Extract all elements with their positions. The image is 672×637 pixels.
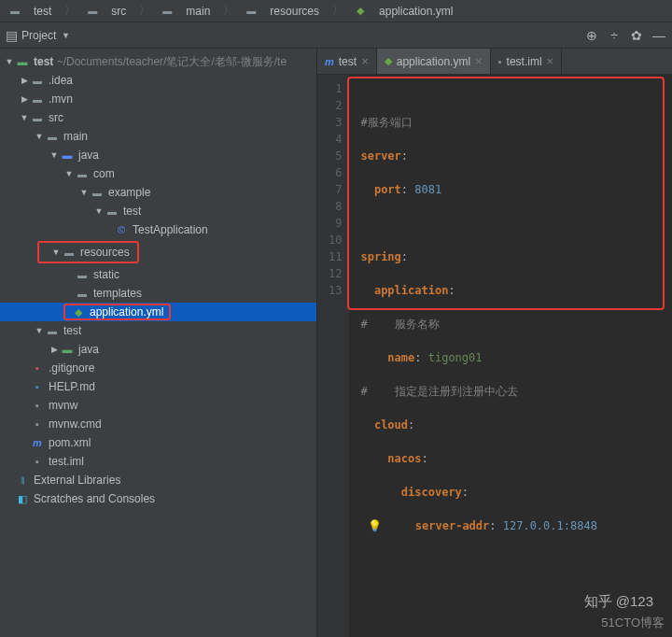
yml-icon: ◆ <box>71 305 86 318</box>
tree-item[interactable]: ▪mvnw <box>0 396 316 415</box>
yml-icon: ◆ <box>353 5 368 18</box>
tree-item[interactable]: ◧Scratches and Consoles <box>0 489 316 508</box>
tab-test-iml[interactable]: ▪test.iml× <box>491 49 563 74</box>
module-icon: ▬ <box>15 55 30 68</box>
scratch-icon: ◧ <box>15 492 30 505</box>
folder-icon <box>75 167 90 180</box>
file-icon: ▪ <box>30 361 45 375</box>
tree-item[interactable]: ▪.gitignore <box>0 359 316 377</box>
folder-icon <box>90 186 105 199</box>
folder-icon <box>45 324 60 337</box>
tree-item[interactable]: ©TestApplication <box>0 220 316 239</box>
close-icon[interactable]: × <box>361 54 369 68</box>
target-icon[interactable]: ⊕ <box>584 28 599 43</box>
project-label[interactable]: Project <box>21 29 56 42</box>
close-icon[interactable]: × <box>475 54 483 68</box>
tree-item[interactable]: com <box>0 164 316 183</box>
tree-item[interactable]: src <box>0 108 316 127</box>
crumb[interactable]: resources <box>240 5 327 18</box>
line-gutter: 12345678910111213 <box>317 75 349 637</box>
tree-item[interactable]: mpom.xml <box>0 433 316 452</box>
code-editor[interactable]: 12345678910111213 #服务端口 server: port: 80… <box>317 75 672 637</box>
hide-icon[interactable]: — <box>651 28 666 43</box>
crumb[interactable]: main <box>156 5 217 18</box>
tree-item[interactable]: test <box>0 321 316 340</box>
folder-icon <box>75 287 90 300</box>
tree-item[interactable]: resources <box>39 243 137 262</box>
tree-item[interactable]: test <box>0 202 316 220</box>
highlight-code <box>347 77 665 310</box>
tree-item[interactable]: .mvn <box>0 90 316 108</box>
project-pane-icon: ▤ <box>6 28 18 43</box>
tree-item[interactable]: .idea <box>0 71 316 90</box>
yml-icon: ◆ <box>385 55 392 67</box>
editor-tabs: mtest× ◆application.yml× ▪test.iml× <box>317 49 672 75</box>
tab-application-yml[interactable]: ◆application.yml× <box>377 49 491 74</box>
folder-icon <box>30 92 45 106</box>
folder-icon <box>75 268 90 281</box>
close-icon[interactable]: × <box>547 54 554 68</box>
crumb[interactable]: src <box>81 5 133 18</box>
maven-icon: m <box>325 56 334 67</box>
tree-item[interactable]: ⦀External Libraries <box>0 471 316 489</box>
folder-icon: ▬ <box>60 343 75 356</box>
class-icon: © <box>114 223 129 236</box>
crumb[interactable]: test <box>4 5 59 18</box>
tree-item[interactable]: ▪test.iml <box>0 452 316 471</box>
highlight-resources: resources <box>37 241 139 263</box>
tree-item[interactable]: ▬java <box>0 340 316 359</box>
folder-icon <box>62 246 77 259</box>
folder-icon <box>7 5 22 18</box>
tree-item[interactable]: ▪HELP.md <box>0 377 316 396</box>
code-content[interactable]: #服务端口 server: port: 8081 spring: applica… <box>349 75 672 637</box>
gear-icon[interactable]: ✿ <box>629 28 644 43</box>
file-icon: ▪ <box>30 455 45 468</box>
tree-item[interactable]: example <box>0 183 316 202</box>
dropdown-icon[interactable]: ▼ <box>60 31 71 40</box>
folder-icon <box>85 5 100 18</box>
collapse-icon[interactable]: ÷ <box>607 28 622 43</box>
file-icon: ▪ <box>498 56 502 67</box>
tree-item[interactable]: static <box>0 265 316 284</box>
file-icon: ▪ <box>30 418 45 431</box>
folder-icon <box>45 130 60 143</box>
folder-icon: ▬ <box>60 149 75 162</box>
tree-item[interactable]: ▪mvnw.cmd <box>0 415 316 433</box>
folder-icon <box>160 5 175 18</box>
folder-icon <box>30 111 45 124</box>
tree-item[interactable]: templates <box>0 284 316 303</box>
tree-item[interactable]: ▬java <box>0 146 316 164</box>
tree-root[interactable]: ▬test ~/Documents/teacher/笔记大全/老邹-微服务/te <box>0 52 316 71</box>
md-icon: ▪ <box>30 380 45 393</box>
bulb-icon[interactable]: 💡 <box>368 519 382 532</box>
file-icon: ▪ <box>30 399 45 412</box>
maven-icon: m <box>30 436 45 449</box>
tree-item-selected[interactable]: ◆application.yml <box>0 303 316 321</box>
folder-icon <box>30 74 45 87</box>
folder-icon <box>244 5 259 18</box>
project-tree[interactable]: ▬test ~/Documents/teacher/笔记大全/老邹-微服务/te… <box>0 49 317 637</box>
tab-test[interactable]: mtest× <box>317 49 377 74</box>
tree-item[interactable]: main <box>0 127 316 146</box>
project-toolbar: ▤ Project ▼ ⊕ ÷ ✿ — <box>0 22 672 49</box>
crumb[interactable]: ◆application.yml <box>349 5 460 18</box>
folder-icon <box>105 205 119 218</box>
library-icon: ⦀ <box>15 474 30 487</box>
breadcrumb: test〉 src〉 main〉 resources〉 ◆application… <box>0 0 672 22</box>
